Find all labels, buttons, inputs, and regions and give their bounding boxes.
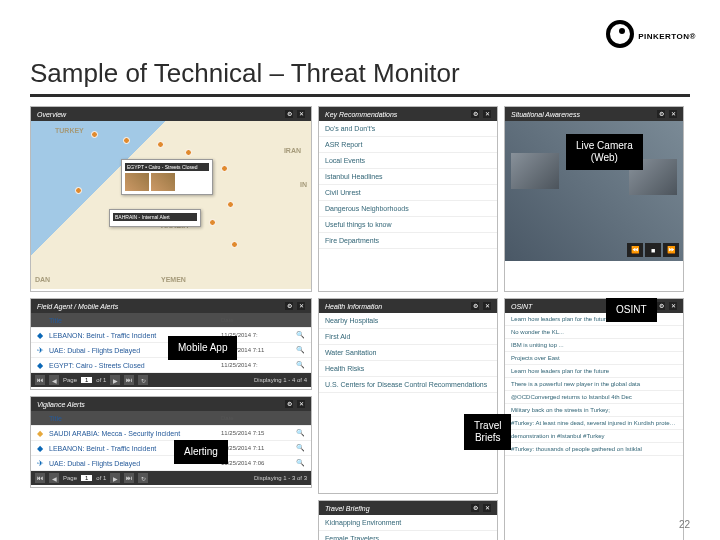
col-date: Date — [221, 415, 289, 421]
osint-line[interactable]: Learn how leaders plan for the future — [505, 365, 683, 378]
osint-line[interactable]: demonstration in #Istanbul #Turkey — [505, 430, 683, 443]
map-pin[interactable] — [75, 187, 82, 194]
gear-icon[interactable]: ⚙ — [471, 504, 479, 512]
stop-button[interactable]: ■ — [645, 243, 661, 257]
osint-title: OSINT — [511, 303, 532, 310]
map-canvas[interactable]: TURKEY IRAN SAUDI ARABIA YEMEN DAN IN EG… — [31, 121, 311, 289]
osint-line[interactable]: #Turkey: At least nine dead, several inj… — [505, 417, 683, 430]
alert-icon: ◆ — [35, 330, 45, 340]
first-page-button[interactable]: ⏮ — [35, 375, 45, 385]
map-pin[interactable] — [209, 219, 216, 226]
prev-page-button[interactable]: ◀ — [49, 473, 59, 483]
list-item[interactable]: Istanbul Headlines — [319, 169, 497, 185]
osint-line[interactable]: No wonder the KL... — [505, 326, 683, 339]
list-item[interactable]: Nearby Hospitals — [319, 313, 497, 329]
map-pin[interactable] — [185, 149, 192, 156]
pager: ⏮◀ Page 1 of 1 ▶⏭ ↻ Displaying 1 - 4 of … — [31, 373, 311, 387]
osint-line[interactable]: #Turkey: thousands of people gathered on… — [505, 443, 683, 456]
search-icon[interactable]: 🔍 — [293, 361, 307, 369]
gear-icon[interactable]: ⚙ — [285, 110, 293, 118]
first-page-button[interactable]: ⏮ — [35, 473, 45, 483]
gear-icon[interactable]: ⚙ — [471, 110, 479, 118]
list-item[interactable]: Fire Departments — [319, 233, 497, 249]
search-icon[interactable]: 🔍 — [293, 429, 307, 437]
list-item[interactable]: Kidnapping Environment — [319, 515, 497, 531]
list-item[interactable]: U.S. Centers for Disease Control Recomme… — [319, 377, 497, 393]
last-page-button[interactable]: ⏭ — [124, 473, 134, 483]
close-icon[interactable]: ✕ — [297, 302, 305, 310]
search-icon[interactable]: 🔍 — [293, 346, 307, 354]
callout-alerting: Alerting — [174, 440, 228, 464]
next-page-button[interactable]: ▶ — [110, 375, 120, 385]
close-icon[interactable]: ✕ — [483, 504, 491, 512]
vigilance-title: Vigilance Alerts — [37, 401, 85, 408]
brand-mark: ® — [690, 32, 696, 41]
osint-line[interactable]: @OCDConverged returns to Istanbul 4th De… — [505, 391, 683, 404]
list-item[interactable]: Do's and Don't's — [319, 121, 497, 137]
list-item[interactable]: Health Risks — [319, 361, 497, 377]
table-row[interactable]: ◆EGYPT: Cairo - Streets Closed11/25/2014… — [31, 358, 311, 373]
field-agent-header: Field Agent / Mobile Alerts ⚙✕ — [31, 299, 311, 313]
forward-button[interactable]: ⏩ — [663, 243, 679, 257]
situational-title: Situational Awareness — [511, 111, 580, 118]
table-row[interactable]: ✈UAE: Dubai - Flights Delayed11/25/2014 … — [31, 456, 311, 471]
close-icon[interactable]: ✕ — [483, 110, 491, 118]
gear-icon[interactable]: ⚙ — [657, 110, 665, 118]
osint-line[interactable]: There is a powerful new player in the gl… — [505, 378, 683, 391]
list-item[interactable]: Female Travelers — [319, 531, 497, 540]
pager-showing: Displaying 1 - 4 of 4 — [254, 377, 307, 383]
close-icon[interactable]: ✕ — [297, 110, 305, 118]
close-icon[interactable]: ✕ — [297, 400, 305, 408]
table-row[interactable]: ◆SAUDI ARABIA: Mecca - Security Incident… — [31, 426, 311, 441]
list-item[interactable]: ASR Report — [319, 137, 497, 153]
map-pin[interactable] — [91, 131, 98, 138]
list-item[interactable]: Local Events — [319, 153, 497, 169]
gear-icon[interactable]: ⚙ — [657, 302, 665, 310]
map-popup[interactable]: BAHRAIN - Internal Alert — [109, 209, 201, 227]
map-pin[interactable] — [227, 201, 234, 208]
prev-page-button[interactable]: ◀ — [49, 375, 59, 385]
osint-line[interactable]: Projects over East — [505, 352, 683, 365]
gear-icon[interactable]: ⚙ — [285, 302, 293, 310]
map-pin[interactable] — [231, 241, 238, 248]
gear-icon[interactable]: ⚙ — [471, 302, 479, 310]
last-page-button[interactable]: ⏭ — [124, 375, 134, 385]
search-icon[interactable]: 🔍 — [293, 444, 307, 452]
popup-thumb — [151, 173, 175, 191]
list-item[interactable]: Useful things to know — [319, 217, 497, 233]
key-rec-header: Key Recommendations ⚙✕ — [319, 107, 497, 121]
page-input[interactable]: 1 — [81, 377, 92, 383]
close-icon[interactable]: ✕ — [483, 302, 491, 310]
title-underline — [30, 94, 690, 97]
health-panel: Health Information ⚙✕ Nearby Hospitals F… — [318, 298, 498, 494]
col-title: Title — [49, 317, 217, 324]
next-page-button[interactable]: ▶ — [110, 473, 120, 483]
table-header-row: Title Date — [31, 411, 311, 426]
close-icon[interactable]: ✕ — [669, 110, 677, 118]
map-pin[interactable] — [123, 137, 130, 144]
close-icon[interactable]: ✕ — [669, 302, 677, 310]
left-column: Overview ⚙✕ TURKEY IRAN SAUDI ARABIA YEM… — [30, 106, 312, 540]
row-date: 11/25/2014 7:11 — [221, 445, 289, 451]
camera-tile[interactable] — [511, 153, 559, 189]
page-input[interactable]: 1 — [81, 475, 92, 481]
key-rec-panel: Key Recommendations ⚙✕ Do's and Don't's … — [318, 106, 498, 292]
list-item[interactable]: Dangerous Neighborhoods — [319, 201, 497, 217]
map-pin[interactable] — [221, 165, 228, 172]
search-icon[interactable]: 🔍 — [293, 459, 307, 467]
list-item[interactable]: First Aid — [319, 329, 497, 345]
right-column: Situational Awareness ⚙✕ ⏪ ■ ⏩ OSINT ⚙✕ … — [504, 106, 684, 540]
map-pin[interactable] — [157, 141, 164, 148]
rewind-button[interactable]: ⏪ — [627, 243, 643, 257]
osint-line[interactable]: IBM is uniting top ... — [505, 339, 683, 352]
refresh-button[interactable]: ↻ — [138, 473, 148, 483]
table-row[interactable]: ◆LEBANON: Beirut - Traffic Incident11/25… — [31, 441, 311, 456]
list-item[interactable]: Civil Unrest — [319, 185, 497, 201]
search-icon[interactable]: 🔍 — [293, 331, 307, 339]
refresh-button[interactable]: ↻ — [138, 375, 148, 385]
gear-icon[interactable]: ⚙ — [285, 400, 293, 408]
travel-header: Travel Briefing ⚙✕ — [319, 501, 497, 515]
osint-line[interactable]: Military back on the streets in Turkey; — [505, 404, 683, 417]
list-item[interactable]: Water Sanitation — [319, 345, 497, 361]
map-popup[interactable]: EGYPT • Cairo - Streets Closed — [121, 159, 213, 195]
